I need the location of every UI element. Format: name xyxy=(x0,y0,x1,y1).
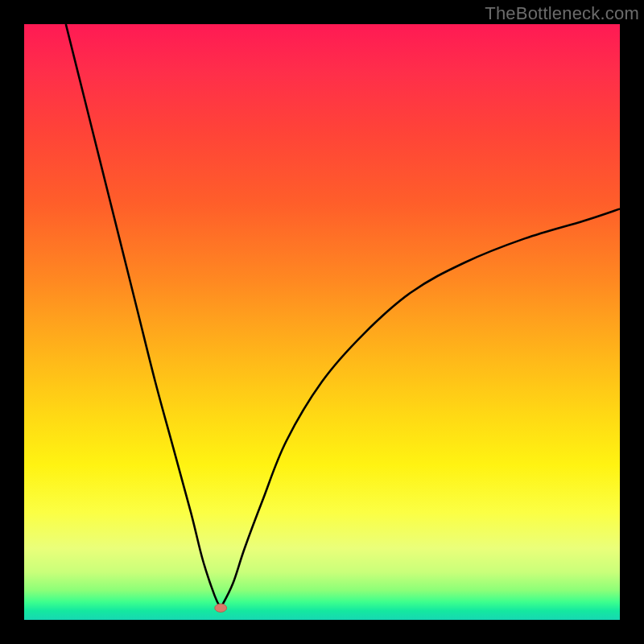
chart-plot-area xyxy=(24,24,620,620)
curve-right-branch xyxy=(221,208,620,608)
chart-frame: TheBottleneck.com xyxy=(0,0,644,644)
minimum-marker xyxy=(215,604,227,612)
chart-svg xyxy=(24,24,620,620)
watermark-text: TheBottleneck.com xyxy=(485,3,639,24)
curve-left-branch xyxy=(66,24,221,608)
